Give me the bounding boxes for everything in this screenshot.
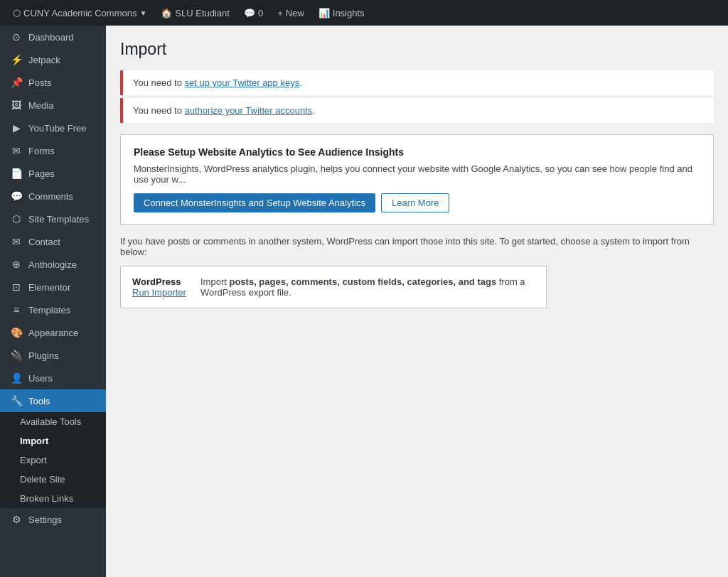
tools-submenu: Available Tools Import Export Delete Sit… bbox=[0, 412, 106, 508]
submenu-export[interactable]: Export bbox=[0, 451, 106, 470]
importer-description: Import posts, pages, comments, custom fi… bbox=[200, 276, 535, 298]
page-title: Import bbox=[120, 40, 714, 59]
comments-icon: 💬 bbox=[244, 8, 255, 18]
analytics-buttons: Connect MonsterInsights and Setup Websit… bbox=[134, 193, 700, 212]
notice1-prefix: You need to bbox=[133, 77, 185, 88]
sidebar-item-contact[interactable]: ✉ Contact bbox=[0, 230, 106, 253]
tools-arrow bbox=[100, 395, 106, 406]
importer-name-cell: WordPress Run Importer bbox=[132, 276, 189, 298]
youtube-icon: ▶ bbox=[10, 122, 23, 134]
jetpack-icon: ⚡ bbox=[10, 54, 23, 65]
analytics-description: MonsterInsights, WordPress analytics plu… bbox=[134, 163, 700, 185]
plugins-icon: 🔌 bbox=[10, 350, 23, 361]
home-icon: 🏠 bbox=[161, 8, 172, 18]
media-icon: 🖼 bbox=[10, 99, 23, 111]
sidebar-item-site-templates[interactable]: ⬡ Site Templates bbox=[0, 207, 106, 230]
notice2-suffix: . bbox=[312, 105, 315, 116]
analytics-heading: Please Setup Website Analytics to See Au… bbox=[134, 146, 700, 158]
twitter-accounts-notice: You need to authorize your Twitter accou… bbox=[120, 98, 714, 123]
posts-icon: 📌 bbox=[10, 77, 23, 88]
sidebar-item-youtube-free[interactable]: ▶ YouTube Free bbox=[0, 117, 106, 139]
twitter-keys-notice: You need to set up your Twitter app keys… bbox=[120, 70, 714, 95]
site-dropdown-icon: ▼ bbox=[139, 9, 146, 17]
sidebar-item-tools[interactable]: 🔧 Tools bbox=[0, 389, 106, 412]
contact-icon: ✉ bbox=[10, 236, 23, 247]
notice1-suffix: . bbox=[299, 77, 302, 88]
admin-bar-comments[interactable]: 💬 0 bbox=[237, 0, 270, 26]
sidebar-item-posts[interactable]: 📌 Posts bbox=[0, 71, 106, 94]
sidebar: ⊙ Dashboard ⚡ Jetpack 📌 Posts 🖼 Media ▶ … bbox=[0, 26, 106, 577]
admin-bar-sitename[interactable]: 🏠 SLU Etudiant bbox=[154, 0, 237, 26]
forms-icon: ✉ bbox=[10, 145, 23, 156]
sidebar-item-elementor[interactable]: ⊡ Elementor bbox=[0, 276, 106, 298]
sidebar-item-media[interactable]: 🖼 Media bbox=[0, 94, 106, 117]
sidebar-item-users[interactable]: 👤 Users bbox=[0, 367, 106, 389]
sidebar-item-comments[interactable]: 💬 Comments bbox=[0, 185, 106, 207]
anthologize-icon: ⊕ bbox=[10, 259, 23, 270]
admin-bar: ⬡ CUNY Academic Commons ▼ 🏠 SLU Etudiant… bbox=[0, 0, 728, 26]
submenu-broken-links[interactable]: Broken Links bbox=[0, 489, 106, 508]
sidebar-item-appearance[interactable]: 🎨 Appearance bbox=[0, 321, 106, 344]
submenu-import[interactable]: Import bbox=[0, 431, 106, 451]
wp-icon: ⬡ bbox=[13, 8, 21, 18]
admin-bar-new[interactable]: + New bbox=[270, 0, 311, 26]
sidebar-item-plugins[interactable]: 🔌 Plugins bbox=[0, 344, 106, 367]
admin-bar-site[interactable]: ⬡ CUNY Academic Commons ▼ bbox=[6, 0, 154, 26]
chart-icon: 📊 bbox=[318, 8, 330, 18]
submenu-delete-site[interactable]: Delete Site bbox=[0, 470, 106, 489]
plus-icon: + bbox=[277, 8, 283, 18]
table-row: WordPress Run Importer Import posts, pag… bbox=[121, 266, 546, 308]
tools-icon: 🔧 bbox=[10, 395, 23, 406]
sidebar-item-settings[interactable]: ⚙ Settings bbox=[0, 508, 106, 531]
importer-name: WordPress bbox=[132, 276, 189, 287]
users-icon: 👤 bbox=[10, 372, 23, 384]
dashboard-icon: ⊙ bbox=[10, 31, 23, 43]
elementor-icon: ⊡ bbox=[10, 281, 23, 293]
connect-monsterinsights-button[interactable]: Connect MonsterInsights and Setup Websit… bbox=[134, 193, 375, 212]
sidebar-item-dashboard[interactable]: ⊙ Dashboard bbox=[0, 26, 106, 48]
learn-more-button[interactable]: Learn More bbox=[381, 193, 449, 212]
appearance-icon: 🎨 bbox=[10, 327, 23, 338]
sidebar-item-forms[interactable]: ✉ Forms bbox=[0, 139, 106, 162]
sidebar-item-jetpack[interactable]: ⚡ Jetpack bbox=[0, 48, 106, 71]
sidebar-item-pages[interactable]: 📄 Pages bbox=[0, 162, 106, 185]
submenu-available-tools[interactable]: Available Tools bbox=[0, 412, 106, 431]
analytics-setup-box: Please Setup Website Analytics to See Au… bbox=[120, 134, 714, 225]
site-templates-icon: ⬡ bbox=[10, 213, 23, 225]
twitter-keys-link[interactable]: set up your Twitter app keys bbox=[185, 77, 300, 88]
settings-icon: ⚙ bbox=[10, 514, 23, 525]
pages-icon: 📄 bbox=[10, 168, 23, 179]
notice2-prefix: You need to bbox=[133, 105, 185, 116]
run-importer-link[interactable]: Run Importer bbox=[132, 287, 189, 298]
twitter-accounts-link[interactable]: authorize your Twitter accounts bbox=[185, 105, 313, 116]
sidebar-item-anthologize[interactable]: ⊕ Anthologize bbox=[0, 253, 106, 276]
templates-icon: ≡ bbox=[10, 304, 23, 316]
importer-table: WordPress Run Importer Import posts, pag… bbox=[120, 266, 547, 308]
admin-bar-insights[interactable]: 📊 Insights bbox=[311, 0, 372, 26]
sidebar-comments-icon: 💬 bbox=[10, 190, 23, 202]
import-description: If you have posts or comments in another… bbox=[120, 236, 714, 257]
main-content: Import You need to set up your Twitter a… bbox=[106, 26, 728, 577]
sidebar-item-templates[interactable]: ≡ Templates bbox=[0, 298, 106, 321]
